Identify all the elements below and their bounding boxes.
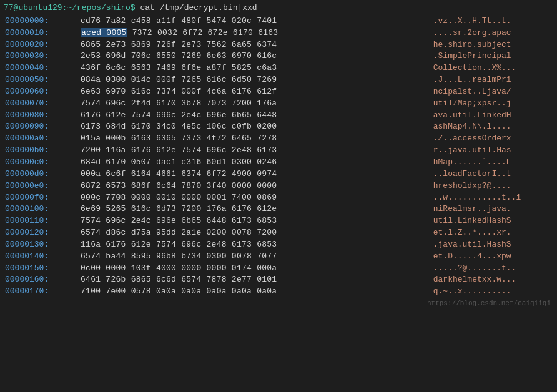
- ascii-values: q.~..x..........: [432, 286, 553, 298]
- hex-values: 7574 696c 2f4d 6170 3b78 7073 7200 176a: [79, 98, 432, 110]
- table-row: 000000a0:015a 000b 6163 6365 7373 4f72 6…: [4, 133, 553, 145]
- table-row: 000000b0:7200 116a 6176 612e 7574 696c 2…: [4, 145, 553, 157]
- table-row: 00000000:cd76 7a82 c458 a11f 480f 5474 0…: [4, 16, 553, 27]
- table-row: 00000170:7100 7e00 0578 0a0a 0a0a 0a0a 0…: [4, 286, 553, 298]
- table-row: 00000030:2e53 696d 706c 6550 7269 6e63 6…: [4, 51, 553, 62]
- hex-values: 0c00 0000 103f 4000 0000 0000 0174 000a: [79, 263, 432, 275]
- hex-values: 6173 684d 6170 34c0 4e5c 106c c0fb 0200: [79, 121, 432, 133]
- hex-addr: 00000040:: [4, 62, 79, 74]
- terminal-content: 77@ubuntu129:~/repos/shiro$ cat /tmp/dec…: [0, 0, 557, 313]
- hex-values: 436f 6c6c 6563 7469 6f6e a87f 5825 c6a3: [79, 62, 432, 74]
- highlighted-bytes: aced 0005: [81, 28, 127, 37]
- ascii-values: ..loadFactorI..t: [432, 169, 553, 180]
- hex-addr: 00000120:: [4, 227, 79, 239]
- prompt-command: cat /tmp/decrypt.bin|xxd: [136, 3, 257, 12]
- hex-values: 6461 726b 6865 6c6d 6574 7878 2e77 0101: [79, 274, 432, 286]
- hex-values: cd76 7a82 c458 a11f 480f 5474 020c 7401: [79, 16, 432, 27]
- ascii-values: et.D.....4...xpw: [432, 251, 553, 263]
- table-row: 00000020:6865 2e73 6869 726f 2e73 7562 6…: [4, 39, 553, 51]
- table-row: 000000c0:684d 6170 0507 dac1 c316 60d1 0…: [4, 157, 553, 169]
- table-row: 000000e0:6872 6573 686f 6c64 7870 3f40 0…: [4, 180, 553, 192]
- hex-addr: 000000c0:: [4, 157, 79, 169]
- ascii-values: hMap......`....F: [432, 157, 553, 169]
- hex-addr: 00000130:: [4, 239, 79, 251]
- hex-addr: 00000150:: [4, 263, 79, 275]
- hex-values: 6e63 6970 616c 7374 000f 4c6a 6176 612f: [79, 86, 432, 98]
- hex-values: 000c 7708 0000 0010 0000 0001 7400 0869: [79, 192, 432, 204]
- table-row: 00000130:116a 6176 612e 7574 696c 2e48 6…: [4, 239, 553, 251]
- hex-addr: 00000140:: [4, 251, 79, 263]
- ascii-values: ashMap4.N\.l....: [432, 121, 553, 133]
- ascii-values: Collection..X%...: [432, 62, 553, 74]
- ascii-values: util.LinkedHashS: [432, 215, 553, 227]
- table-row: 00000120:6574 d86c d75a 95dd 2a1e 0200 0…: [4, 227, 553, 239]
- ascii-values: .Z..accessOrderx: [432, 133, 553, 145]
- prompt-line: 77@ubuntu129:~/repos/shiro$ cat /tmp/dec…: [4, 2, 553, 14]
- ascii-values: .J...L..realmPri: [432, 74, 553, 86]
- table-row: 00000150:0c00 0000 103f 4000 0000 0000 0…: [4, 263, 553, 275]
- hex-addr: 00000100:: [4, 203, 79, 215]
- hex-values: 116a 6176 612e 7574 696c 2e48 6173 6853: [79, 239, 432, 251]
- table-row: 000000f0:000c 7708 0000 0010 0000 0001 7…: [4, 192, 553, 204]
- ascii-values: ava.util.LinkedH: [432, 110, 553, 122]
- ascii-values: .SimplePrincipal: [432, 51, 553, 62]
- ascii-values: ncipalst..Ljava/: [432, 86, 553, 98]
- hex-values: 6574 ba44 8595 96b8 b734 0300 0078 7077: [79, 251, 432, 263]
- hex-values: 7100 7e00 0578 0a0a 0a0a 0a0a 0a0a 0a0a: [79, 286, 432, 298]
- hex-addr: 00000020:: [4, 39, 79, 51]
- hex-addr: 00000010:: [4, 27, 79, 39]
- ascii-values: ....sr.2org.apac: [432, 27, 553, 39]
- hex-values: 084a 0300 014c 000f 7265 616c 6d50 7269: [79, 74, 432, 86]
- table-row: 00000070:7574 696c 2f4d 6170 3b78 7073 7…: [4, 98, 553, 110]
- hex-values: 6e69 5265 616c 6d73 7200 176a 6176 612e: [79, 203, 432, 215]
- hex-addr: 000000a0:: [4, 133, 79, 145]
- hex-values: 6176 612e 7574 696c 2e4c 696e 6b65 6448: [79, 110, 432, 122]
- hex-addr: 000000e0:: [4, 180, 79, 192]
- ascii-values: .....?@.......t..: [432, 263, 553, 275]
- terminal-window: 77@ubuntu129:~/repos/shiro$ cat /tmp/dec…: [0, 0, 557, 392]
- hex-addr: 00000160:: [4, 274, 79, 286]
- hex-values: 7200 116a 6176 612e 7574 696c 2e48 6173: [79, 145, 432, 157]
- hex-values: 015a 000b 6163 6365 7373 4f72 6465 7278: [79, 133, 432, 145]
- table-row: 00000010:aced 0005 7372 0032 6f72 672e 6…: [4, 27, 553, 39]
- hex-addr: 00000090:: [4, 121, 79, 133]
- hex-addr: 00000070:: [4, 98, 79, 110]
- hex-values: 684d 6170 0507 dac1 c316 60d1 0300 0246: [79, 157, 432, 169]
- hex-addr: 00000000:: [4, 16, 79, 27]
- table-row: 00000080:6176 612e 7574 696c 2e4c 696e 6…: [4, 110, 553, 122]
- hex-values: aced 0005 7372 0032 6f72 672e 6170 6163: [79, 27, 432, 39]
- ascii-values: hresholdxp?@....: [432, 180, 553, 192]
- hex-values: 000a 6c6f 6164 4661 6374 6f72 4900 0974: [79, 169, 432, 180]
- ascii-values: ..w...........t..i: [432, 192, 553, 204]
- ascii-values: niRealmsr..java.: [432, 203, 553, 215]
- ascii-values: he.shiro.subject: [432, 39, 553, 51]
- table-row: 00000090:6173 684d 6170 34c0 4e5c 106c c…: [4, 121, 553, 133]
- hex-addr: 00000030:: [4, 51, 79, 62]
- prompt-user-host: 77@ubuntu129:~/repos/shiro$: [4, 3, 136, 12]
- hex-addr: 000000b0:: [4, 145, 79, 157]
- ascii-values: r..java.util.Has: [432, 145, 553, 157]
- hex-addr: 000000d0:: [4, 169, 79, 180]
- hex-values: 6872 6573 686f 6c64 7870 3f40 0000 0000: [79, 180, 432, 192]
- table-row: 00000050:084a 0300 014c 000f 7265 616c 6…: [4, 74, 553, 86]
- hex-addr: 00000060:: [4, 86, 79, 98]
- watermark: https://blog.csdn.net/caiqiiqi: [4, 298, 553, 310]
- table-row: 00000060:6e63 6970 616c 7374 000f 4c6a 6…: [4, 86, 553, 98]
- hex-addr: 00000110:: [4, 215, 79, 227]
- table-row: 00000140:6574 ba44 8595 96b8 b734 0300 0…: [4, 251, 553, 263]
- table-row: 000000d0:000a 6c6f 6164 4661 6374 6f72 4…: [4, 169, 553, 180]
- table-row: 00000160:6461 726b 6865 6c6d 6574 7878 2…: [4, 274, 553, 286]
- ascii-values: .vz..X..H.Tt..t.: [432, 16, 553, 27]
- ascii-values: et.l.Z..*....xr.: [432, 227, 553, 239]
- hex-values: 7574 696c 2e4c 696e 6b65 6448 6173 6853: [79, 215, 432, 227]
- ascii-values: util/Map;xpsr..j: [432, 98, 553, 110]
- hex-values: 6865 2e73 6869 726f 2e73 7562 6a65 6374: [79, 39, 432, 51]
- table-row: 00000100:6e69 5265 616c 6d73 7200 176a 6…: [4, 203, 553, 215]
- hex-addr: 00000170:: [4, 286, 79, 298]
- hex-addr: 00000050:: [4, 74, 79, 86]
- hex-values: 2e53 696d 706c 6550 7269 6e63 6970 616c: [79, 51, 432, 62]
- hex-dump-table: 00000000:cd76 7a82 c458 a11f 480f 5474 0…: [4, 16, 553, 298]
- table-row: 00000110:7574 696c 2e4c 696e 6b65 6448 6…: [4, 215, 553, 227]
- ascii-values: darkhelmetxx.w...: [432, 274, 553, 286]
- hex-values: 6574 d86c d75a 95dd 2a1e 0200 0078 7200: [79, 227, 432, 239]
